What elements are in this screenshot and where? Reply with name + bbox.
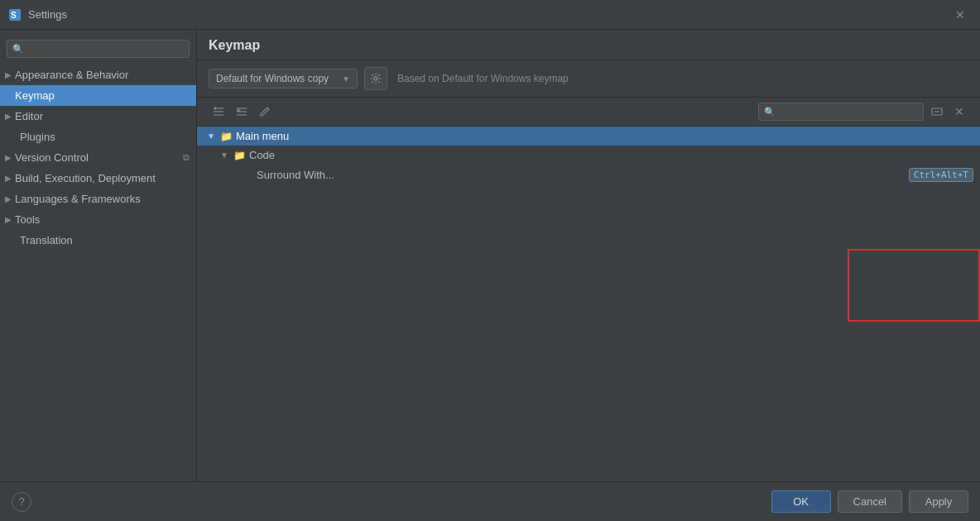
sidebar-item-appearance[interactable]: ▶ Appearance & Behavior: [0, 65, 196, 85]
dialog-buttons: OK Cancel Apply: [771, 490, 968, 513]
bottom-bar: ? OK Cancel Apply: [0, 481, 980, 521]
sidebar-item-label: Appearance & Behavior: [15, 69, 128, 81]
arrow-icon: ▶: [5, 194, 12, 203]
sidebar-item-languages[interactable]: ▶ Languages & Frameworks: [0, 189, 196, 209]
sidebar-item-label: Plugins: [20, 131, 55, 143]
app-icon: S: [8, 8, 22, 22]
apply-button[interactable]: Apply: [909, 490, 968, 513]
page-title: Keymap: [197, 30, 980, 60]
sidebar-item-build[interactable]: ▶ Build, Execution, Deployment: [0, 168, 196, 189]
sidebar-item-version-control[interactable]: ▶ Version Control ⧉: [0, 147, 196, 168]
tree-arrow-icon: ▼: [220, 151, 230, 160]
dropdown-selected-value: Default for Windows copy: [216, 73, 337, 84]
help-button[interactable]: ?: [12, 492, 31, 512]
sidebar-item-label: Editor: [15, 110, 43, 122]
keymap-toolbar: Default for Windows copy ▼ Based on Defa…: [197, 60, 980, 98]
find-by-shortcut-button[interactable]: [927, 103, 947, 120]
window-title: Settings: [28, 8, 949, 21]
action-toolbar: 🔍 ✕: [197, 98, 980, 127]
toolbar-right: 🔍 ✕: [758, 103, 968, 121]
sidebar-search-icon: 🔍: [12, 44, 24, 55]
arrow-icon: ▶: [5, 70, 12, 79]
sidebar-item-label: Version Control: [15, 151, 89, 164]
highlight-overlay: [848, 249, 980, 322]
arrow-icon: ▶: [5, 112, 12, 121]
based-on-label: Based on Default for Windows keymap: [397, 73, 569, 84]
sidebar-search-input[interactable]: [27, 43, 184, 55]
sidebar-item-plugins[interactable]: Plugins: [0, 127, 196, 147]
title-bar: S Settings ✕: [0, 0, 980, 30]
tree-item-label: Code: [249, 149, 973, 161]
sidebar-item-editor[interactable]: ▶ Editor: [0, 106, 196, 127]
sidebar: 🔍 ▶ Appearance & Behavior Keymap ▶ Edito…: [0, 30, 197, 481]
close-search-button[interactable]: ✕: [950, 103, 968, 121]
tree-item-label: Main menu: [236, 130, 973, 142]
svg-text:S: S: [11, 11, 17, 20]
tree-item-label: Surround With...: [257, 169, 909, 181]
sidebar-search-box[interactable]: 🔍: [7, 40, 190, 58]
collapse-all-button[interactable]: [232, 103, 252, 120]
folder-icon: 📁: [220, 131, 233, 142]
arrow-icon: ▶: [5, 153, 12, 162]
expand-all-button[interactable]: [209, 103, 228, 120]
content-area: Keymap Default for Windows copy ▼ Based …: [197, 30, 980, 481]
sidebar-item-label: Build, Execution, Deployment: [15, 172, 156, 184]
cancel-button[interactable]: Cancel: [838, 490, 902, 513]
arrow-icon: ▶: [5, 174, 12, 183]
tree-item-surround-with[interactable]: Surround With... Ctrl+Alt+T: [197, 165, 980, 185]
sidebar-item-keymap[interactable]: Keymap: [0, 85, 196, 106]
chevron-down-icon: ▼: [342, 74, 350, 84]
sidebar-item-label: Keymap: [15, 89, 55, 102]
sidebar-item-translation[interactable]: Translation: [0, 230, 196, 251]
sidebar-item-label: Languages & Frameworks: [15, 193, 141, 205]
edit-button[interactable]: [255, 103, 275, 120]
tree-search-field[interactable]: 🔍: [758, 103, 924, 121]
tree-search-input[interactable]: [779, 106, 895, 117]
keymap-dropdown[interactable]: Default for Windows copy ▼: [209, 69, 358, 88]
sidebar-item-label: Translation: [20, 234, 73, 246]
arrow-icon: ▶: [5, 215, 12, 224]
tree-item-main-menu[interactable]: ▼ 📁 Main menu: [197, 127, 980, 146]
keymap-tree: ▼ 📁 Main menu ▼ 📁 Code Surround With... …: [197, 127, 980, 481]
svg-point-2: [374, 77, 377, 80]
tree-arrow-icon: ▼: [207, 131, 217, 141]
shortcut-badge: Ctrl+Alt+T: [909, 168, 973, 182]
close-button[interactable]: ✕: [949, 3, 972, 26]
tree-search-icon: 🔍: [764, 107, 776, 117]
sidebar-item-tools[interactable]: ▶ Tools: [0, 209, 196, 230]
ok-button[interactable]: OK: [771, 490, 831, 513]
gear-button[interactable]: [364, 67, 387, 90]
folder-icon: 📁: [233, 150, 246, 161]
sidebar-item-label: Tools: [15, 213, 40, 226]
dialog-body: 🔍 ▶ Appearance & Behavior Keymap ▶ Edito…: [0, 30, 980, 481]
copy-icon: ⧉: [183, 152, 190, 163]
tree-item-code[interactable]: ▼ 📁 Code: [197, 146, 980, 165]
